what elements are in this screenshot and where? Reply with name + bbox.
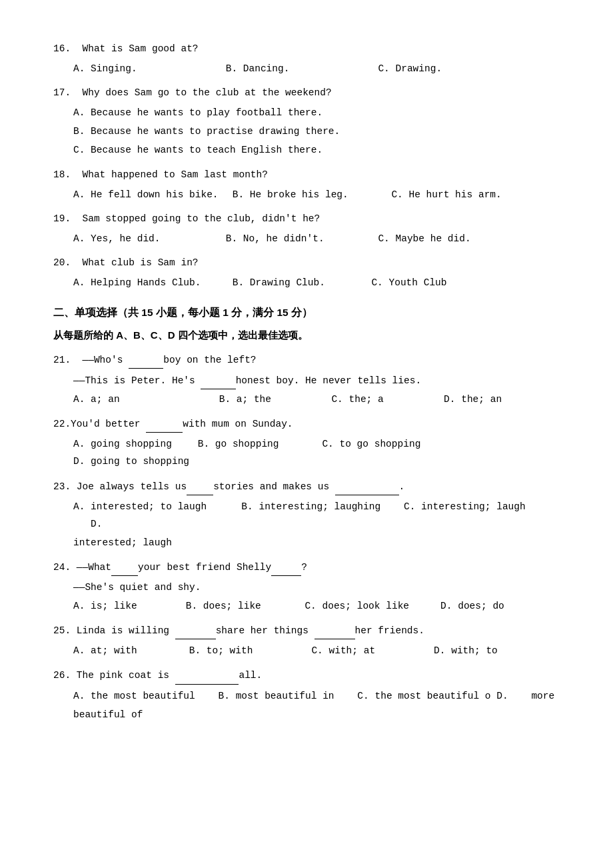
q17-option-a: A. Because he wants to play football the…	[53, 104, 560, 121]
question-16: 16. What is Sam good at? A. Singing. B. …	[53, 40, 560, 77]
question-23: 23. Joe always tells us stories and make…	[53, 477, 560, 551]
q24-subtext: ——She's quiet and shy.	[53, 579, 560, 596]
section2-subtitle: 从每题所给的 A、B、C、D 四个选项中，选出最佳选项。	[53, 326, 560, 344]
q25-text: 25. Linda is willing share her things he…	[53, 621, 560, 639]
q19-option-a: A. Yes, he did.	[73, 230, 220, 247]
q16-text: 16. What is Sam good at?	[53, 40, 560, 57]
q18-options: A. He fell down his bike. B. He broke hi…	[53, 186, 560, 203]
q22-text: 22.You'd better with mum on Sunday.	[53, 415, 560, 433]
question-18: 18. What happened to Sam last month? A. …	[53, 166, 560, 203]
q25-options: A. at; with B. to; with C. with; at D. w…	[53, 642, 560, 659]
q20-text: 20. What club is Sam in?	[53, 254, 560, 271]
q20-option-c: C. Youth Club	[371, 274, 504, 291]
q18-option-b: B. He broke his leg.	[233, 186, 386, 203]
q20-option-a: A. Helping Hands Club.	[73, 274, 227, 291]
question-22: 22.You'd better with mum on Sunday. A. g…	[53, 415, 560, 470]
question-24: 24. ——What your best friend Shelly ? ——S…	[53, 558, 560, 615]
q16-option-b: B. Dancing.	[226, 60, 372, 77]
question-25: 25. Linda is willing share her things he…	[53, 621, 560, 659]
q18-option-c: C. He hurt his arm.	[391, 186, 544, 203]
q24-text: 24. ——What your best friend Shelly ?	[53, 558, 560, 576]
q23-options-line1: A. interested; to laugh B. interesting; …	[53, 498, 560, 533]
question-17: 17. Why does Sam go to the club at the w…	[53, 84, 560, 159]
question-21: 21. ——Who's boy on the left? ——This is P…	[53, 351, 560, 408]
q18-text: 18. What happened to Sam last month?	[53, 166, 560, 183]
q19-options: A. Yes, he did. B. No, he didn't. C. May…	[53, 230, 560, 247]
q26-options-line2: beautiful of	[53, 706, 560, 723]
q24-options: A. is; like B. does; like C. does; look …	[53, 597, 560, 615]
q19-option-c: C. Maybe he did.	[378, 230, 524, 247]
q16-options: A. Singing. B. Dancing. C. Drawing.	[53, 60, 560, 77]
q21-text: 21. ——Who's boy on the left?	[53, 351, 560, 369]
q20-options: A. Helping Hands Club. B. Drawing Club. …	[53, 274, 560, 291]
q19-option-b: B. No, he didn't.	[226, 230, 372, 247]
q21-options: A. a; an B. a; the C. the; a D. the; an	[53, 391, 560, 408]
q17-text: 17. Why does Sam go to the club at the w…	[53, 84, 560, 101]
q20-option-b: B. Drawing Club.	[233, 274, 366, 291]
q21-subtext: ——This is Peter. He's honest boy. He nev…	[53, 371, 560, 389]
q17-option-c: C. Because he wants to teach English the…	[53, 141, 560, 159]
section2-title: 二、单项选择（共 15 小题，每小题 1 分，满分 15 分）	[53, 303, 560, 322]
q26-options-line1: A. the most beautiful B. most beautiful …	[53, 687, 560, 705]
question-26: 26. The pink coat is all. A. the most be…	[53, 666, 560, 723]
q18-option-a: A. He fell down his bike.	[73, 186, 227, 203]
q26-text: 26. The pink coat is all.	[53, 666, 560, 684]
question-20: 20. What club is Sam in? A. Helping Hand…	[53, 254, 560, 291]
q23-text: 23. Joe always tells us stories and make…	[53, 477, 560, 495]
q19-text: 19. Sam stopped going to the club, didn'…	[53, 210, 560, 227]
q16-option-a: A. Singing.	[73, 60, 220, 77]
q23-options-line2: interested; laugh	[53, 534, 560, 551]
q22-options: A. going shopping B. go shopping C. to g…	[53, 435, 560, 470]
q16-option-c: C. Drawing.	[378, 60, 524, 77]
q17-option-b: B. Because he wants to practise drawing …	[53, 123, 560, 140]
question-19: 19. Sam stopped going to the club, didn'…	[53, 210, 560, 247]
